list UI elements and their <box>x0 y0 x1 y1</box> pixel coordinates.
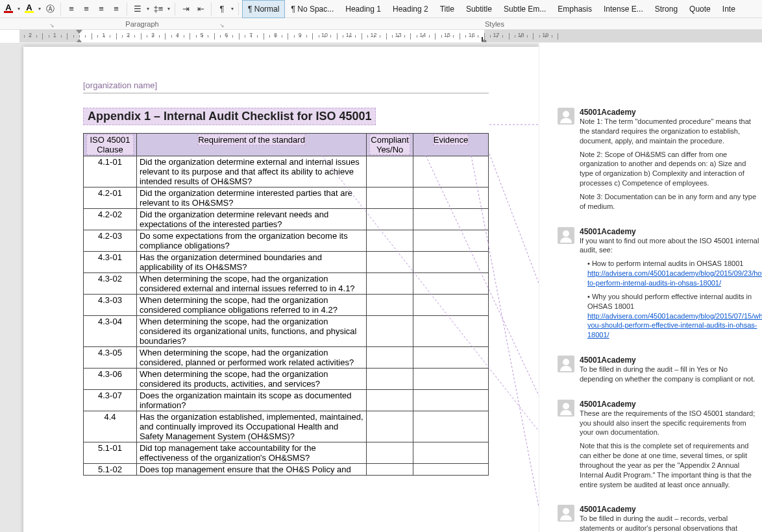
cell-requirement[interactable]: When determining the scope, had the orga… <box>136 295 366 316</box>
character-dialog-button[interactable]: Ⓐ <box>43 2 57 16</box>
cell-clause[interactable]: 4.2-01 <box>84 187 137 209</box>
line-spacing-button[interactable]: ‡≡ <box>151 2 166 16</box>
cell-evidence[interactable] <box>413 187 489 209</box>
table-row[interactable]: 4.4Has the organization established, imp… <box>84 411 489 442</box>
cell-requirement[interactable]: Does the organization maintain its scope… <box>136 390 366 411</box>
table-row[interactable]: 4.3-05When determining the scope, had th… <box>84 347 489 369</box>
cell-requirement[interactable]: Has the organization determined boundari… <box>136 252 366 273</box>
cell-clause[interactable]: 4.3-07 <box>84 390 137 411</box>
cell-evidence[interactable] <box>413 390 489 411</box>
paragraph-dialog-launcher[interactable]: ↘ <box>219 22 225 29</box>
style-item[interactable]: ¶ Normal <box>242 0 285 18</box>
cell-clause[interactable]: 4.3-02 <box>84 273 137 295</box>
table-row[interactable]: 4.3-02When determining the scope, had th… <box>84 273 489 295</box>
style-item[interactable]: Title <box>434 0 460 18</box>
cell-evidence[interactable] <box>413 252 489 273</box>
paragraph-dialog-dropdown[interactable]: ▾ <box>230 6 235 12</box>
style-item[interactable]: ¶ No Spac... <box>285 0 339 18</box>
audit-checklist-table[interactable]: ISO 45001 Clause Requirement of the stan… <box>83 133 489 476</box>
cell-clause[interactable]: 4.4 <box>84 411 137 442</box>
cell-requirement[interactable]: Does top management ensure that the OH&S… <box>136 464 366 476</box>
cell-requirement[interactable]: Did top management take accountability f… <box>136 442 366 464</box>
table-row[interactable]: 4.3-03When determining the scope, had th… <box>84 295 489 316</box>
style-item[interactable]: Quote <box>683 0 717 18</box>
document-title[interactable]: Appendix 1 – Internal Audit Checklist fo… <box>83 108 376 125</box>
comment[interactable]: 45001AcademyTo be filled in during the a… <box>558 356 757 388</box>
cell-clause[interactable]: 4.1-01 <box>84 156 137 187</box>
bullet-list-dropdown[interactable]: ▾ <box>145 6 151 12</box>
table-row[interactable]: 4.3-04When determining the scope, had th… <box>84 316 489 347</box>
cell-clause[interactable]: 4.3-06 <box>84 369 137 390</box>
org-name-placeholder[interactable]: [organization name] <box>83 80 528 90</box>
indent-marker[interactable] <box>76 39 82 43</box>
cell-compliant[interactable] <box>367 316 413 347</box>
cell-evidence[interactable] <box>413 295 489 316</box>
cell-clause[interactable]: 4.3-04 <box>84 316 137 347</box>
style-item[interactable]: Emphasis <box>552 0 598 18</box>
increase-indent-button[interactable]: ⇥ <box>178 2 193 16</box>
align-center-button[interactable]: ≡ <box>79 2 93 16</box>
cell-requirement[interactable]: When determining the scope, had the orga… <box>136 369 366 390</box>
cell-clause[interactable]: 4.2-02 <box>84 209 137 230</box>
cell-evidence[interactable] <box>413 347 489 369</box>
cell-requirement[interactable]: When determining the scope, had the orga… <box>136 347 366 369</box>
comment[interactable]: 45001AcademyIf you want to find out more… <box>558 227 757 344</box>
comment[interactable]: 45001AcademyThese are the requirements o… <box>558 400 757 494</box>
horizontal-ruler[interactable]: 2112345678910111213141516171819 <box>19 30 762 43</box>
cell-compliant[interactable] <box>367 156 413 187</box>
cell-compliant[interactable] <box>367 390 413 411</box>
cell-compliant[interactable] <box>367 187 413 209</box>
cell-evidence[interactable] <box>413 273 489 295</box>
cell-compliant[interactable] <box>367 209 413 230</box>
cell-evidence[interactable] <box>413 316 489 347</box>
cell-requirement[interactable]: When determining the scope, had the orga… <box>136 273 366 295</box>
cell-evidence[interactable] <box>413 209 489 230</box>
cell-compliant[interactable] <box>367 252 413 273</box>
cell-compliant[interactable] <box>367 411 413 442</box>
cell-clause[interactable]: 4.3-05 <box>84 347 137 369</box>
cell-compliant[interactable] <box>367 230 413 252</box>
cell-evidence[interactable] <box>413 230 489 252</box>
cell-evidence[interactable] <box>413 369 489 390</box>
cell-compliant[interactable] <box>367 295 413 316</box>
table-row[interactable]: 4.3-01Has the organization determined bo… <box>84 252 489 273</box>
table-row[interactable]: 4.3-07Does the organization maintain its… <box>84 390 489 411</box>
table-row[interactable]: 4.2-01Did the organization determine int… <box>84 187 489 209</box>
cell-clause[interactable]: 5.1-02 <box>84 464 137 476</box>
cell-evidence[interactable] <box>413 411 489 442</box>
right-indent-marker[interactable] <box>481 39 487 43</box>
cell-compliant[interactable] <box>367 369 413 390</box>
cell-requirement[interactable]: Has the organization established, implem… <box>136 411 366 442</box>
table-row[interactable]: 5.1-01Did top management take accountabi… <box>84 442 489 464</box>
comment-link[interactable]: http://advisera.com/45001academy/blog/20… <box>587 312 762 339</box>
align-right-button[interactable]: ≡ <box>94 2 108 16</box>
font-color-dropdown[interactable]: ▾ <box>16 6 21 12</box>
cell-compliant[interactable] <box>367 442 413 464</box>
table-row[interactable]: 4.1-01Did the organization determine ext… <box>84 156 489 187</box>
line-spacing-dropdown[interactable]: ▾ <box>166 6 171 12</box>
cell-clause[interactable]: 4.3-03 <box>84 295 137 316</box>
cell-evidence[interactable] <box>413 442 489 464</box>
align-justify-button[interactable]: ≡ <box>109 2 123 16</box>
style-item[interactable]: Subtle Em... <box>498 0 552 18</box>
style-item[interactable]: Subtitle <box>460 0 498 18</box>
cell-requirement[interactable]: Did the organization determine relevant … <box>136 209 366 230</box>
style-item[interactable]: Inte <box>717 0 741 18</box>
cell-evidence[interactable] <box>413 156 489 187</box>
table-row[interactable]: 4.3-06When determining the scope, had th… <box>84 369 489 390</box>
paragraph-dialog-button[interactable]: ¶ <box>215 2 229 16</box>
font-color-button[interactable]: A <box>1 2 16 16</box>
style-item[interactable]: Heading 1 <box>339 0 387 18</box>
cell-requirement[interactable]: Do some expectations from the organizati… <box>136 230 366 252</box>
style-item[interactable]: Intense E... <box>598 0 649 18</box>
comment[interactable]: 45001AcademyNote 1: The term "documented… <box>558 108 757 215</box>
cell-clause[interactable]: 4.3-01 <box>84 252 137 273</box>
comment-link[interactable]: http://advisera.com/45001academy/blog/20… <box>587 269 762 287</box>
style-item[interactable]: Strong <box>649 0 683 18</box>
cell-compliant[interactable] <box>367 347 413 369</box>
align-left-button[interactable]: ≡ <box>64 2 79 16</box>
cell-clause[interactable]: 4.2-03 <box>84 230 137 252</box>
highlight-color-button[interactable]: A <box>22 2 36 16</box>
cell-requirement[interactable]: Did the organization determine intereste… <box>136 187 366 209</box>
table-row[interactable]: 5.1-02Does top management ensure that th… <box>84 464 489 476</box>
